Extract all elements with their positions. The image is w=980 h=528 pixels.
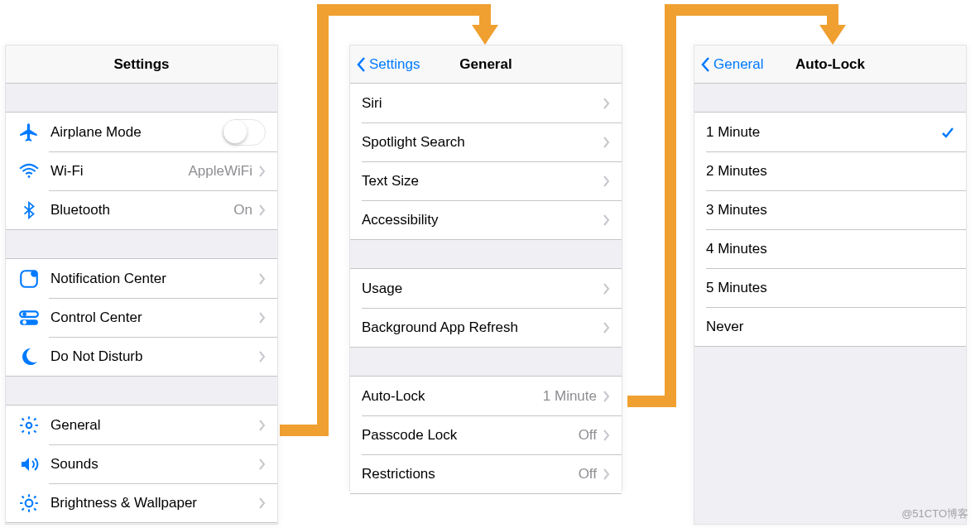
row-label: Brightness & Wallpaper xyxy=(50,495,259,511)
wifi-icon xyxy=(17,160,41,183)
row-label: Background App Refresh xyxy=(362,319,603,336)
svg-point-8 xyxy=(22,320,26,324)
chevron-right-icon xyxy=(603,322,610,334)
row-auto-lock[interactable]: Auto-Lock 1 Minute xyxy=(350,377,622,415)
brightness-icon xyxy=(17,492,41,515)
navbar-settings: Settings xyxy=(6,46,277,84)
chevron-left-icon xyxy=(357,57,366,72)
row-value: Off xyxy=(579,466,597,482)
gear-icon xyxy=(17,414,41,437)
control-center-icon xyxy=(17,306,41,329)
row-sounds[interactable]: Sounds xyxy=(6,444,277,483)
navbar-autolock: General Auto-Lock xyxy=(694,46,966,84)
row-brightness-wallpaper[interactable]: Brightness & Wallpaper xyxy=(6,483,277,522)
option-4-minutes[interactable]: 4 Minutes xyxy=(694,229,966,268)
option-2-minutes[interactable]: 2 Minutes xyxy=(694,151,966,190)
row-label: Sounds xyxy=(50,456,259,473)
checkmark-icon xyxy=(941,126,954,139)
watermark: @51CTO博客 xyxy=(901,506,968,521)
chevron-right-icon xyxy=(259,312,266,324)
row-label: Do Not Disturb xyxy=(50,348,259,365)
row-label: Auto-Lock xyxy=(362,388,543,405)
row-label: Notification Center xyxy=(50,271,259,287)
svg-point-10 xyxy=(26,499,33,506)
row-label: General xyxy=(50,417,259,434)
row-passcode-lock[interactable]: Passcode Lock Off xyxy=(350,415,622,454)
option-1-minute[interactable]: 1 Minute xyxy=(694,113,966,151)
row-value: Off xyxy=(579,427,597,444)
row-label: 3 Minutes xyxy=(706,202,954,218)
chevron-right-icon xyxy=(603,468,610,480)
chevron-right-icon xyxy=(259,273,266,285)
option-5-minutes[interactable]: 5 Minutes xyxy=(694,268,966,307)
back-label: General xyxy=(713,56,763,73)
notification-icon xyxy=(17,267,41,290)
row-label: Restrictions xyxy=(362,466,579,482)
back-label: Settings xyxy=(369,56,420,73)
row-label: Spotlight Search xyxy=(362,134,603,151)
back-button-settings[interactable]: Settings xyxy=(357,56,420,73)
chevron-right-icon xyxy=(603,214,610,226)
option-never[interactable]: Never xyxy=(694,307,966,346)
option-3-minutes[interactable]: 3 Minutes xyxy=(694,190,966,229)
row-bluetooth[interactable]: Bluetooth On xyxy=(6,190,277,229)
chevron-right-icon xyxy=(603,175,610,187)
svg-point-2 xyxy=(28,175,31,178)
row-control-center[interactable]: Control Center xyxy=(6,298,277,337)
airplane-toggle[interactable] xyxy=(223,119,266,146)
row-spotlight-search[interactable]: Spotlight Search xyxy=(350,122,622,161)
chevron-right-icon xyxy=(603,98,610,109)
sound-icon xyxy=(17,453,41,476)
moon-icon xyxy=(17,345,41,368)
row-background-app-refresh[interactable]: Background App Refresh xyxy=(350,308,622,347)
autolock-panel: General Auto-Lock 1 Minute 2 Minutes 3 M… xyxy=(694,45,967,525)
chevron-right-icon xyxy=(603,391,610,402)
row-label: Never xyxy=(706,319,954,335)
chevron-right-icon xyxy=(259,420,266,431)
nav-title: Settings xyxy=(113,56,169,73)
row-label: Bluetooth xyxy=(50,202,233,218)
chevron-right-icon xyxy=(259,351,266,362)
row-label: Text Size xyxy=(362,173,603,190)
row-label: 1 Minute xyxy=(706,124,941,141)
general-panel: Settings General Siri Spotlight Search T… xyxy=(349,45,622,492)
row-label: Control Center xyxy=(50,310,259,326)
row-label: Usage xyxy=(362,281,603,297)
nav-title: Auto-Lock xyxy=(795,56,865,73)
svg-point-9 xyxy=(26,422,32,428)
chevron-right-icon xyxy=(259,166,266,177)
chevron-right-icon xyxy=(259,458,266,470)
chevron-left-icon xyxy=(701,57,710,72)
row-label: 2 Minutes xyxy=(706,163,954,180)
row-text-size[interactable]: Text Size xyxy=(350,161,622,200)
svg-point-6 xyxy=(22,312,26,316)
row-value: AppleWiFi xyxy=(189,163,252,180)
row-accessibility[interactable]: Accessibility xyxy=(350,200,622,239)
row-value: On xyxy=(233,202,252,218)
row-do-not-disturb[interactable]: Do Not Disturb xyxy=(6,337,277,376)
row-label: 5 Minutes xyxy=(706,280,954,296)
row-notification-center[interactable]: Notification Center xyxy=(6,259,277,298)
bluetooth-icon xyxy=(17,199,41,222)
chevron-right-icon xyxy=(603,283,610,295)
row-label: Airplane Mode xyxy=(50,124,223,141)
navbar-general: Settings General xyxy=(350,46,622,84)
row-wifi[interactable]: Wi-Fi AppleWiFi xyxy=(6,151,277,190)
row-airplane-mode[interactable]: Airplane Mode xyxy=(6,113,277,151)
row-label: Passcode Lock xyxy=(362,427,579,444)
row-label: Accessibility xyxy=(362,212,603,228)
row-restrictions[interactable]: Restrictions Off xyxy=(350,454,622,493)
row-usage[interactable]: Usage xyxy=(350,269,622,308)
row-siri[interactable]: Siri xyxy=(350,84,622,122)
chevron-right-icon xyxy=(603,430,610,441)
settings-panel: Settings Airplane Mode Wi-Fi AppleWiFi B… xyxy=(5,45,278,525)
row-value: 1 Minute xyxy=(543,388,597,405)
back-button-general[interactable]: General xyxy=(701,56,763,73)
row-label: Siri xyxy=(362,95,603,112)
chevron-right-icon xyxy=(259,204,266,216)
row-label: 4 Minutes xyxy=(706,241,954,257)
svg-point-4 xyxy=(31,270,38,277)
svg-marker-0 xyxy=(472,25,498,45)
row-general[interactable]: General xyxy=(6,406,277,444)
airplane-icon xyxy=(17,121,41,144)
